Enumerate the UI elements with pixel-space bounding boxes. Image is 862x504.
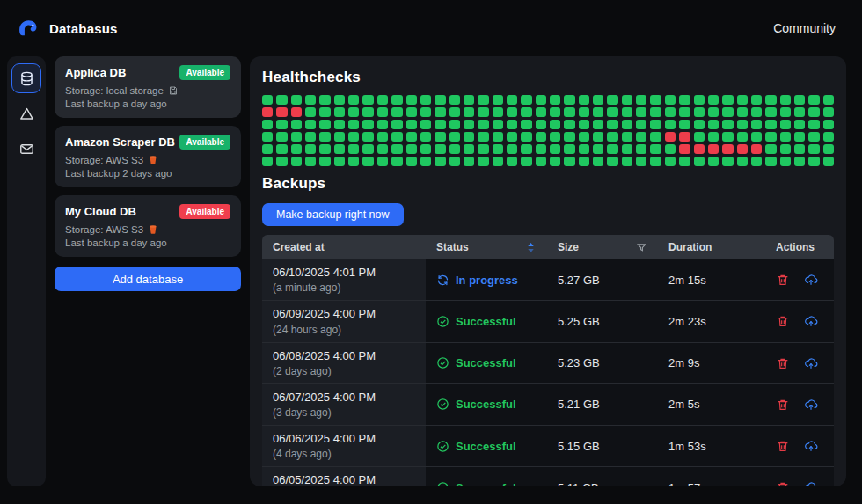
healthcheck-cell <box>319 95 330 105</box>
community-link[interactable]: Community <box>773 21 836 35</box>
healthcheck-cell <box>808 120 819 129</box>
duration-cell: 1m 57s <box>658 467 765 486</box>
healthcheck-cell <box>348 144 359 154</box>
healthcheck-cell <box>464 132 474 142</box>
healthcheck-cell <box>449 120 460 129</box>
healthcheck-cell <box>737 157 748 166</box>
healthcheck-cell <box>722 144 733 154</box>
database-card[interactable]: Applica DB Available Storage: local stor… <box>55 56 241 118</box>
healthcheck-cell <box>319 132 330 142</box>
download-backup-button[interactable] <box>804 356 818 370</box>
healthcheck-cell <box>449 144 460 154</box>
check-circle-icon <box>436 356 449 369</box>
col-header-size[interactable]: Size <box>547 235 658 259</box>
healthcheck-cell <box>579 107 589 117</box>
healthcheck-cell <box>276 157 287 166</box>
healthcheck-cell <box>808 157 819 166</box>
healthcheck-cell <box>679 95 690 105</box>
healthcheck-cell <box>694 144 705 154</box>
backups-table: Created at Status Size Du <box>262 235 834 486</box>
status-label: Successful <box>456 440 516 453</box>
healthcheck-cell <box>478 95 488 105</box>
database-card[interactable]: Amazon Scraper DB Available Storage: AWS… <box>55 126 241 187</box>
database-card[interactable]: My Cloud DB Available Storage: AWS S3 La… <box>55 195 241 257</box>
healthcheck-cell <box>391 120 402 129</box>
col-header-created[interactable]: Created at <box>262 235 426 259</box>
status-cell: In progress <box>426 259 547 301</box>
healthcheck-cell <box>348 107 359 117</box>
healthcheck-cell <box>377 95 388 105</box>
healthcheck-cell <box>305 107 316 117</box>
card-title-row: My Cloud DB Available <box>65 204 230 219</box>
trash-icon <box>776 398 790 412</box>
delete-backup-button[interactable] <box>776 398 790 412</box>
healthcheck-cell <box>319 144 330 154</box>
healthcheck-cell <box>319 107 330 117</box>
delete-backup-button[interactable] <box>776 356 790 370</box>
healthcheck-cell <box>420 120 431 129</box>
healthcheck-cell <box>521 157 531 166</box>
healthcheck-cell <box>665 132 676 142</box>
sort-icon[interactable] <box>525 242 537 253</box>
delete-backup-button[interactable] <box>776 273 790 287</box>
healthcheck-cell <box>808 95 819 105</box>
last-backup-label: Last backup 2 days ago <box>65 168 172 179</box>
download-backup-button[interactable] <box>804 480 818 486</box>
healthcheck-cell <box>579 144 589 154</box>
healthcheck-cell <box>765 157 776 166</box>
last-backup-line: Last backup a day ago <box>65 237 230 248</box>
healthcheck-cell <box>262 132 273 142</box>
healthchecks-grid <box>262 95 834 166</box>
healthcheck-cell <box>377 107 388 117</box>
healthcheck-cell <box>550 95 560 105</box>
delete-backup-button[interactable] <box>776 314 790 328</box>
sidebar-item-storages[interactable] <box>11 99 41 128</box>
healthcheck-cell <box>493 107 503 117</box>
check-circle-icon <box>436 440 449 453</box>
healthcheck-cell <box>665 107 676 117</box>
sidebar-item-notifications[interactable] <box>11 134 41 164</box>
healthcheck-cell <box>607 144 617 154</box>
trash-icon <box>776 356 790 370</box>
healthcheck-cell <box>521 107 531 117</box>
healthcheck-cell <box>823 120 834 129</box>
mail-icon <box>18 141 35 157</box>
healthcheck-cell <box>435 107 445 117</box>
healthcheck-cell <box>464 144 474 154</box>
healthcheck-cell <box>564 144 574 154</box>
healthcheck-cell <box>607 95 617 105</box>
actions-cell <box>765 343 834 384</box>
download-backup-button[interactable] <box>804 439 818 453</box>
healthcheck-cell <box>435 120 445 129</box>
download-backup-button[interactable] <box>804 398 818 412</box>
download-backup-button[interactable] <box>804 314 818 328</box>
actions-cell <box>765 384 834 426</box>
add-database-button[interactable]: Add database <box>55 267 241 291</box>
healthcheck-cell <box>650 120 661 129</box>
delete-backup-button[interactable] <box>776 439 790 453</box>
backup-ago: (a minute ago) <box>273 281 415 295</box>
healthcheck-cell <box>607 120 617 129</box>
healthcheck-cell <box>593 132 603 142</box>
sidebar-item-databases[interactable] <box>11 63 41 93</box>
healthcheck-cell <box>377 132 388 142</box>
healthcheck-cell <box>276 144 287 154</box>
healthcheck-cell <box>665 120 676 129</box>
healthcheck-cell <box>334 120 345 129</box>
download-backup-button[interactable] <box>804 273 818 287</box>
healthcheck-cell <box>722 132 733 142</box>
healthcheck-cell <box>507 120 517 129</box>
storage-line: Storage: local storage <box>65 85 230 96</box>
col-header-status[interactable]: Status <box>426 235 547 259</box>
healthcheck-cell <box>694 95 705 105</box>
make-backup-button[interactable]: Make backup right now <box>262 203 404 226</box>
delete-backup-button[interactable] <box>776 480 790 486</box>
brand[interactable]: Databasus <box>16 16 118 40</box>
app-root: Databasus Community <box>0 0 862 495</box>
backup-row: 06/08/2025 4:00 PM (2 days ago) Successf… <box>262 343 834 384</box>
healthcheck-cell <box>406 107 417 117</box>
filter-icon[interactable] <box>636 242 647 253</box>
healthcheck-cell <box>794 157 805 166</box>
healthcheck-cell <box>493 132 503 142</box>
healthcheck-cell <box>406 157 417 166</box>
